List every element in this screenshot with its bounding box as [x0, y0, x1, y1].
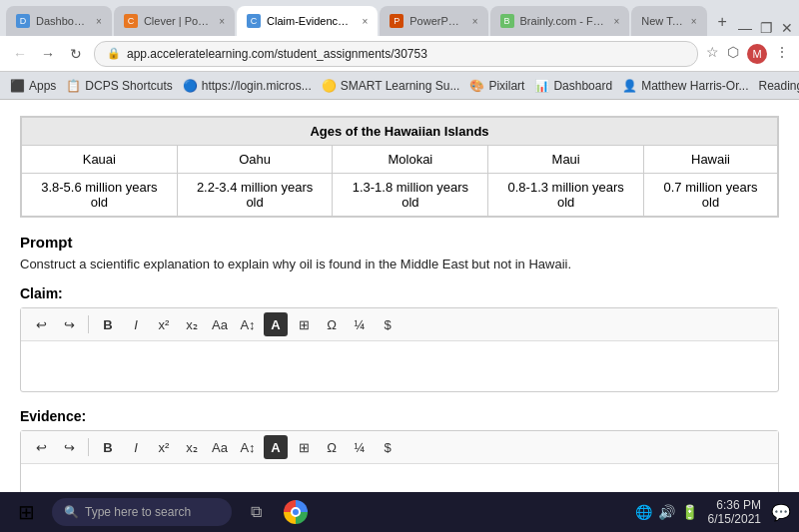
- start-button[interactable]: ⊞: [8, 494, 44, 499]
- tab-claim[interactable]: C Claim-Evidence-... ×: [237, 6, 378, 36]
- tab-favicon-clever: C: [124, 14, 138, 28]
- taskbar-search[interactable]: 🔍 Type here to search: [52, 498, 232, 499]
- evidence-italic-btn[interactable]: I: [124, 435, 148, 459]
- hawaiian-islands-table: Ages of the Hawaiian Islands Kauai Oahu …: [20, 116, 779, 218]
- page-content: Ages of the Hawaiian Islands Kauai Oahu …: [0, 100, 799, 499]
- smart-icon: 🟡: [322, 79, 337, 93]
- col-header-oahu: Oahu: [177, 146, 333, 174]
- micros-icon: 🔵: [183, 79, 198, 93]
- claim-highlight-btn[interactable]: A: [264, 312, 288, 336]
- claim-undo-btn[interactable]: ↩: [29, 312, 53, 336]
- claim-subscript-btn[interactable]: x₂: [180, 312, 204, 336]
- evidence-font-btn[interactable]: Aa: [208, 435, 232, 459]
- claim-fontsize-btn[interactable]: A↕: [236, 312, 260, 336]
- address-input[interactable]: 🔒 app.acceleratelearning.com/student_ass…: [94, 41, 698, 67]
- evidence-table-btn[interactable]: ⊞: [292, 435, 316, 459]
- address-text: app.acceleratelearning.com/student_assig…: [127, 47, 427, 61]
- claim-editor[interactable]: ↩ ↪ B I x² x₂ Aa A↕ A ⊞ Ω ¼ $: [20, 307, 779, 392]
- profile-icon[interactable]: M: [747, 44, 767, 64]
- minimize-btn[interactable]: —: [738, 20, 752, 36]
- tab-clever[interactable]: C Clever | Portal ×: [114, 6, 235, 36]
- extension-icon[interactable]: ⬡: [727, 44, 739, 64]
- tab-close-ppt[interactable]: ×: [472, 16, 478, 27]
- claim-bold-btn[interactable]: B: [96, 312, 120, 336]
- tab-powerpoint[interactable]: P PowerPoint ×: [380, 6, 487, 36]
- claim-font-btn[interactable]: Aa: [208, 312, 232, 336]
- bookmark-matthew[interactable]: 👤 Matthew Harris-Or...: [622, 79, 748, 93]
- tab-label-clever: Clever | Portal: [144, 15, 211, 27]
- claim-table-btn[interactable]: ⊞: [292, 312, 316, 336]
- evidence-editor[interactable]: ↩ ↪ B I x² x₂ Aa A↕ A ⊞ Ω ¼ $: [20, 430, 779, 499]
- prompt-title: Prompt: [20, 234, 779, 251]
- bookmark-smart[interactable]: 🟡 SMART Learning Su...: [322, 79, 460, 93]
- tab-favicon-brainly: B: [500, 14, 514, 28]
- lock-icon: 🔒: [107, 47, 121, 60]
- evidence-redo-btn[interactable]: ↪: [57, 435, 81, 459]
- refresh-button[interactable]: ↻: [66, 46, 86, 62]
- taskbar-task-view[interactable]: ⧉: [240, 496, 272, 499]
- tab-label-claim: Claim-Evidence-...: [267, 15, 354, 27]
- col-header-hawaii: Hawaii: [644, 146, 778, 174]
- evidence-superscript-btn[interactable]: x²: [152, 435, 176, 459]
- claim-editor-body[interactable]: [21, 341, 778, 391]
- tab-close-newtab[interactable]: ×: [691, 16, 697, 27]
- bookmark-apps-label: Apps: [29, 79, 56, 93]
- col-header-kauai: Kauai: [22, 146, 178, 174]
- reading-list-label: Reading list: [759, 79, 800, 93]
- evidence-undo-btn[interactable]: ↩: [29, 435, 53, 459]
- bookmark-micros[interactable]: 🔵 https://login.micros...: [183, 79, 312, 93]
- val-oahu: 2.2-3.4 million years old: [177, 174, 333, 217]
- prompt-section: Prompt Construct a scientific explanatio…: [20, 234, 779, 271]
- reading-list[interactable]: Reading list: [759, 79, 800, 93]
- tab-favicon-dashboard: D: [16, 14, 30, 28]
- col-header-maui: Maui: [488, 146, 644, 174]
- bookmark-dcps[interactable]: 📋 DCPS Shortcuts: [66, 79, 172, 93]
- claim-redo-btn[interactable]: ↪: [57, 312, 81, 336]
- tab-close-clever[interactable]: ×: [219, 16, 225, 27]
- bookmark-dashboard-label: Dashboard: [553, 79, 612, 93]
- evidence-fraction-btn[interactable]: ¼: [348, 435, 372, 459]
- forward-button[interactable]: →: [38, 46, 58, 62]
- prompt-text: Construct a scientific explanation to ex…: [20, 257, 779, 271]
- tab-newtab[interactable]: New Tab ×: [631, 6, 706, 36]
- pixilart-icon: 🎨: [469, 79, 484, 93]
- settings-icon[interactable]: ⋮: [775, 44, 789, 64]
- tab-dashboard[interactable]: D Dashboard ×: [6, 6, 112, 36]
- tab-close-dashboard[interactable]: ×: [96, 16, 102, 27]
- bookmark-smart-label: SMART Learning Su...: [341, 79, 460, 93]
- address-icons: ☆ ⬡ M ⋮: [706, 44, 789, 64]
- tab-close-claim[interactable]: ×: [362, 16, 368, 27]
- tab-label-ppt: PowerPoint: [409, 15, 463, 27]
- evidence-fontsize-btn[interactable]: A↕: [236, 435, 260, 459]
- restore-btn[interactable]: ❐: [760, 20, 773, 36]
- claim-section: Claim: ↩ ↪ B I x² x₂ Aa A↕ A ⊞ Ω ¼ $: [20, 285, 779, 392]
- claim-omega-btn[interactable]: Ω: [320, 312, 344, 336]
- bookmark-dashboard[interactable]: 📊 Dashboard: [534, 79, 612, 93]
- claim-italic-btn[interactable]: I: [124, 312, 148, 336]
- bookmark-star-icon[interactable]: ☆: [706, 44, 719, 64]
- bookmark-apps[interactable]: ⬛ Apps: [10, 79, 56, 93]
- browser-window: D Dashboard × C Clever | Portal × C Clai…: [0, 0, 799, 499]
- evidence-highlight-btn[interactable]: A: [264, 435, 288, 459]
- close-btn[interactable]: ✕: [781, 20, 793, 36]
- new-tab-button[interactable]: +: [709, 8, 736, 36]
- toolbar-divider-1: [88, 315, 89, 333]
- apps-icon: ⬛: [10, 79, 25, 93]
- table-title: Ages of the Hawaiian Islands: [22, 118, 778, 146]
- tab-close-brainly[interactable]: ×: [613, 16, 619, 27]
- evidence-dollar-btn[interactable]: $: [376, 435, 400, 459]
- val-hawaii: 0.7 million years old: [644, 174, 778, 217]
- tab-label-dashboard: Dashboard: [36, 15, 88, 27]
- tab-brainly[interactable]: B Brainly.com - Fo... ×: [490, 6, 630, 36]
- taskbar-clock[interactable]: 6:36 PM 6/15/2021: [708, 498, 761, 499]
- claim-fraction-btn[interactable]: ¼: [348, 312, 372, 336]
- bookmark-pixilart[interactable]: 🎨 Pixilart: [469, 79, 524, 93]
- evidence-omega-btn[interactable]: Ω: [320, 435, 344, 459]
- val-molokai: 1.3-1.8 million years old: [333, 174, 488, 217]
- claim-superscript-btn[interactable]: x²: [152, 312, 176, 336]
- claim-dollar-btn[interactable]: $: [376, 312, 400, 336]
- evidence-subscript-btn[interactable]: x₂: [180, 435, 204, 459]
- taskbar-chrome-icon[interactable]: [280, 496, 312, 499]
- back-button[interactable]: ←: [10, 46, 30, 62]
- evidence-bold-btn[interactable]: B: [96, 435, 120, 459]
